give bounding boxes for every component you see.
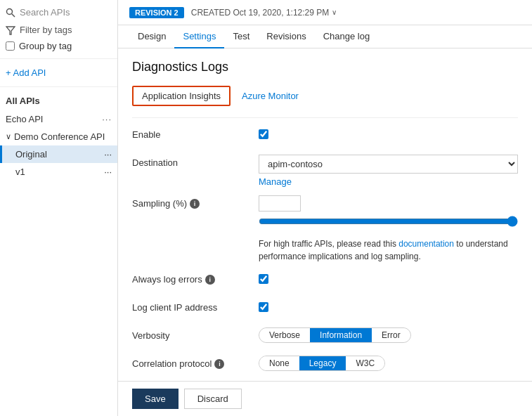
sampling-control: 100 <box>259 195 518 229</box>
always-log-checkbox[interactable] <box>259 274 268 284</box>
verbosity-row: Verbosity Verbose Information Error <box>132 327 518 347</box>
svg-marker-2 <box>6 27 15 34</box>
discard-button[interactable]: Discard <box>184 389 242 409</box>
tab-design[interactable]: Design <box>129 25 174 48</box>
svg-line-1 <box>12 13 15 16</box>
filter-icon <box>6 25 15 35</box>
subtab-application-insights[interactable]: Application Insights <box>132 86 231 106</box>
revision-badge: REVISION 2 <box>129 7 184 18</box>
search-apis[interactable]: Search APIs <box>0 3 117 22</box>
sampling-slider[interactable] <box>259 216 518 227</box>
sidebar-item-original[interactable]: Original ··· <box>0 145 117 163</box>
destination-dropdown[interactable]: apim-contoso <box>259 155 518 174</box>
sampling-info-icon[interactable]: i <box>190 199 200 209</box>
enable-row: Enable <box>132 126 518 146</box>
demo-api-label: Demo Conference API <box>14 131 105 142</box>
correlation-none[interactable]: None <box>259 356 299 370</box>
always-log-label: Always log errors i <box>132 271 259 285</box>
correlation-info-icon[interactable]: i <box>214 359 224 369</box>
sampling-label: Sampling (%) i <box>132 195 259 209</box>
form-section: Enable Destination apim-contoso Manage <box>132 117 518 381</box>
sub-tabs: Application Insights Azure Monitor <box>132 86 518 106</box>
correlation-w3c[interactable]: W3C <box>346 356 384 370</box>
sidebar-item-demo-conference-api[interactable]: ∨ Demo Conference API <box>0 128 117 145</box>
verbosity-error[interactable]: Error <box>372 328 410 342</box>
content-area: Diagnostics Logs Application Insights Az… <box>118 48 532 381</box>
manage-link[interactable]: Manage <box>259 176 292 187</box>
always-log-control <box>259 271 518 286</box>
correlation-row: Correlation protocol i None Legacy W3C <box>132 356 518 375</box>
verbosity-information[interactable]: Information <box>310 328 372 342</box>
correlation-toggle-group: None Legacy W3C <box>259 356 385 371</box>
add-api-button[interactable]: + Add API <box>0 63 117 82</box>
v1-label: v1 <box>15 167 25 177</box>
documentation-link[interactable]: documentation <box>398 239 454 249</box>
tab-revisions[interactable]: Revisions <box>258 25 314 48</box>
info-spacer <box>132 238 259 240</box>
group-by-tag: Group by tag <box>0 38 117 54</box>
enable-checkbox[interactable] <box>259 129 268 139</box>
sampling-row: Sampling (%) i 100 <box>132 195 518 229</box>
slider-container <box>259 216 518 229</box>
echo-api-label: Echo API <box>6 114 43 124</box>
main-content: REVISION 2 CREATED Oct 19, 2020, 1:12:29… <box>118 0 532 416</box>
group-label: Group by tag <box>19 41 72 51</box>
tab-changelog[interactable]: Change log <box>315 25 379 48</box>
nav-tabs: Design Settings Test Revisions Change lo… <box>118 25 532 48</box>
search-icon <box>6 8 15 18</box>
info-text: For high traffic APIs, please read this … <box>259 239 508 261</box>
verbosity-control: Verbose Information Error <box>259 327 518 343</box>
revision-dropdown-icon[interactable]: ∨ <box>332 8 337 16</box>
verbosity-verbose[interactable]: Verbose <box>259 328 310 342</box>
page-title: Diagnostics Logs <box>132 60 518 74</box>
enable-control <box>259 126 518 141</box>
destination-control: apim-contoso Manage <box>259 155 518 187</box>
destination-row: Destination apim-contoso Manage <box>132 155 518 187</box>
all-apis-title: All APIs <box>0 91 117 110</box>
info-text-control: For high traffic APIs, please read this … <box>259 238 518 263</box>
correlation-label: Correlation protocol i <box>132 356 259 369</box>
search-label: Search APIs <box>20 7 70 18</box>
sidebar-item-v1[interactable]: v1 ··· <box>0 163 117 181</box>
log-ip-row: Log client IP address <box>132 299 518 319</box>
always-log-row: Always log errors i <box>132 271 518 291</box>
info-text-row: For high traffic APIs, please read this … <box>132 238 518 263</box>
verbosity-label: Verbosity <box>132 327 259 341</box>
verbosity-toggle-group: Verbose Information Error <box>259 327 411 343</box>
chevron-icon: ∨ <box>6 132 11 141</box>
created-text: CREATED Oct 19, 2020, 1:12:29 PM <box>191 8 330 18</box>
tab-test[interactable]: Test <box>224 25 258 48</box>
filter-by-tags[interactable]: Filter by tags <box>0 22 117 38</box>
v1-dots[interactable]: ··· <box>104 167 112 177</box>
divider <box>0 58 117 59</box>
echo-api-dots[interactable]: ··· <box>102 114 112 124</box>
log-ip-control <box>259 299 518 314</box>
log-ip-checkbox[interactable] <box>259 302 268 312</box>
svg-point-0 <box>7 8 13 14</box>
divider2 <box>0 86 117 87</box>
footer: Save Discard <box>118 381 532 416</box>
sidebar-item-echo-api[interactable]: Echo API ··· <box>0 110 117 128</box>
destination-label: Destination <box>132 155 259 168</box>
sidebar: Search APIs Filter by tags Group by tag … <box>0 0 118 416</box>
enable-label: Enable <box>132 126 259 140</box>
topbar: REVISION 2 CREATED Oct 19, 2020, 1:12:29… <box>118 0 532 25</box>
always-log-info-icon[interactable]: i <box>205 275 215 285</box>
sampling-input[interactable]: 100 <box>259 195 301 212</box>
correlation-legacy[interactable]: Legacy <box>299 356 346 370</box>
group-by-tag-checkbox[interactable] <box>6 41 15 51</box>
correlation-control: None Legacy W3C <box>259 356 518 371</box>
save-button[interactable]: Save <box>132 389 179 409</box>
tab-settings[interactable]: Settings <box>174 25 224 48</box>
original-dots[interactable]: ··· <box>104 149 112 160</box>
filter-label: Filter by tags <box>20 25 72 35</box>
subtab-azure-monitor[interactable]: Azure Monitor <box>233 86 307 106</box>
created-info: CREATED Oct 19, 2020, 1:12:29 PM ∨ <box>191 8 337 18</box>
log-ip-label: Log client IP address <box>132 299 259 313</box>
original-label: Original <box>15 149 47 160</box>
